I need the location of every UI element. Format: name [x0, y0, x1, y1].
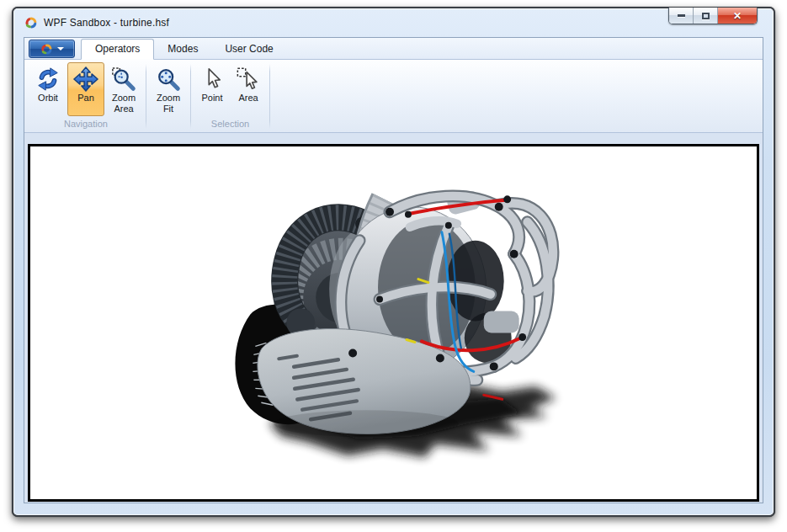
- group-label-navigation: Navigation: [27, 118, 145, 130]
- tab-modes[interactable]: Modes: [154, 40, 211, 59]
- orbit-icon: [35, 66, 61, 93]
- turbine-model-render: [30, 146, 757, 499]
- client-area: [24, 133, 763, 503]
- zoom-fit-button[interactable]: ZoomFit: [150, 62, 187, 116]
- ribbon-group-selection: Point Area Selection: [192, 61, 269, 132]
- model-viewport[interactable]: [28, 144, 759, 502]
- group-label-selection: Selection: [192, 118, 269, 130]
- group-separator: [146, 64, 146, 129]
- window-title: WPF Sandbox - turbine.hsf: [44, 17, 169, 29]
- application-window: WPF Sandbox - turbine.hsf ✕: [12, 7, 775, 517]
- point-cursor-icon: [199, 66, 226, 93]
- content-frame: Operators Modes User Code: [24, 37, 763, 503]
- group-label-empty: [147, 118, 189, 130]
- app-swirl-icon: [40, 43, 53, 56]
- tab-operators[interactable]: Operators: [81, 39, 154, 60]
- application-menu-button[interactable]: [29, 40, 75, 58]
- ribbon-group-zoom-fit: ZoomFit: [147, 61, 189, 132]
- minimize-icon: [678, 14, 685, 17]
- app-swirl-icon: [24, 16, 38, 29]
- minimize-button[interactable]: [669, 8, 694, 24]
- area-cursor-icon: [235, 66, 262, 93]
- close-icon: ✕: [733, 11, 742, 21]
- ribbon-tab-row: Operators Modes User Code: [24, 38, 763, 60]
- zoom-area-button[interactable]: ZoomArea: [105, 62, 142, 116]
- tab-user-code[interactable]: User Code: [211, 40, 286, 59]
- window-controls: ✕: [668, 8, 758, 24]
- point-select-button[interactable]: Point: [194, 62, 230, 116]
- ribbon-group-navigation: Orbit Pan: [27, 61, 145, 132]
- chevron-down-icon: [57, 47, 64, 51]
- zoom-fit-icon: [155, 66, 182, 93]
- maximize-button[interactable]: [694, 8, 718, 24]
- zoom-area-icon: [110, 66, 137, 93]
- close-button[interactable]: ✕: [718, 8, 757, 24]
- pan-icon: [72, 66, 99, 93]
- orbit-button[interactable]: Orbit: [29, 62, 66, 116]
- titlebar: WPF Sandbox - turbine.hsf: [13, 8, 774, 37]
- maximize-icon: [702, 13, 710, 19]
- pan-button[interactable]: Pan: [67, 62, 104, 116]
- group-separator: [269, 64, 270, 129]
- window-glass-frame: WPF Sandbox - turbine.hsf ✕: [13, 8, 774, 515]
- group-separator: [190, 64, 191, 129]
- area-select-button[interactable]: Area: [231, 62, 266, 116]
- ribbon-toolbar: Orbit Pan: [24, 60, 763, 133]
